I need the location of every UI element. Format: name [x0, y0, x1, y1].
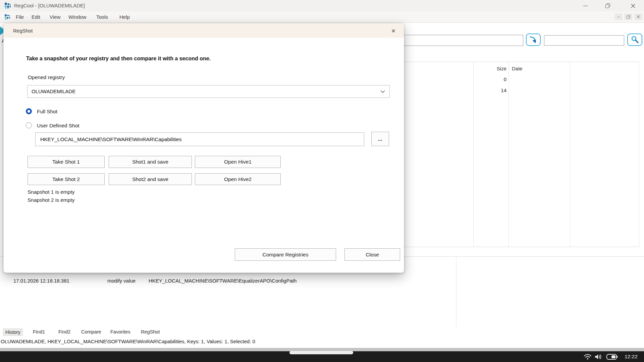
column-header-date[interactable]: Date [512, 66, 523, 71]
menu-bar: File Edit View Window Tools Help [0, 11, 644, 23]
list-cell-size[interactable]: 14 [483, 87, 506, 93]
menu-help[interactable]: Help [119, 11, 130, 22]
search-input[interactable] [544, 35, 624, 46]
menu-tools[interactable]: Tools [96, 11, 108, 22]
battery-icon[interactable] [606, 354, 618, 360]
close-icon [631, 4, 635, 8]
column-divider [473, 62, 474, 247]
tab-find1[interactable]: Find1 [31, 328, 47, 335]
goto-arrow-icon [529, 36, 538, 44]
minimize-icon [583, 6, 588, 6]
history-action: modify value [107, 278, 136, 284]
open-hive1-button[interactable]: Open Hive1 [195, 156, 281, 168]
opened-registry-label: Opened registry [28, 74, 65, 80]
history-path: HKEY_LOCAL_MACHINE\SOFTWARE\EqualizerAPO… [149, 278, 297, 284]
history-row[interactable]: 17.01.2026 12.18.18.381 modify value HKE… [0, 278, 456, 285]
list-cell-size[interactable]: 0 [483, 76, 506, 82]
menu-file[interactable]: File [16, 11, 24, 22]
shot2-and-save-button[interactable]: Shot2 and save [109, 173, 192, 185]
tab-history[interactable]: History [3, 328, 23, 336]
regcool-child-icon [5, 14, 10, 20]
regshot-intro-text: Take a snapshot of your registry and the… [26, 56, 211, 62]
history-panel-divider [456, 257, 457, 327]
tab-regshot[interactable]: RegShot [139, 328, 162, 335]
snapshot2-status: Snapshot 2 is empty [28, 197, 74, 203]
bottom-tab-bar: History Find1 Find2 Compare Favorites Re… [0, 328, 644, 338]
history-timestamp: 17.01.2026 12.18.18.381 [13, 278, 69, 284]
regshot-close-button[interactable]: ✕ [385, 25, 402, 36]
mdi-restore-icon [627, 15, 630, 19]
mdi-close-button[interactable] [634, 13, 642, 20]
volume-icon[interactable] [594, 353, 603, 360]
menu-window[interactable]: Window [68, 11, 86, 22]
mdi-close-icon [637, 15, 640, 18]
search-icon [631, 36, 639, 44]
browse-button[interactable]: ... [371, 132, 389, 146]
opened-registry-combobox[interactable]: OLUWADEMILADE [27, 85, 390, 98]
window-title: RegCool - [OLUWADEMILADE] [14, 0, 85, 11]
user-defined-shot-label[interactable]: User Defined Shot [37, 123, 79, 129]
full-shot-label[interactable]: Full Shot [37, 109, 57, 115]
user-defined-shot-radio[interactable] [26, 122, 32, 128]
mdi-restore-button[interactable] [624, 13, 632, 20]
take-shot-2-button[interactable]: Take Shot 2 [28, 173, 105, 185]
opened-registry-value: OLUWADEMILADE [32, 85, 75, 98]
regshot-dialog-title: RegShot [13, 23, 33, 38]
window-titlebar: RegCool - [OLUWADEMILADE] [0, 0, 644, 11]
regshot-dialog: RegShot ✕ Take a snapshot of your regist… [3, 23, 404, 273]
tab-favorites[interactable]: Favorites [108, 328, 132, 335]
mdi-minimize-button[interactable] [614, 13, 623, 20]
menu-view[interactable]: View [50, 11, 60, 22]
tab-find2[interactable]: Find2 [56, 328, 72, 335]
list-right-border [639, 62, 639, 247]
compare-registries-button[interactable]: Compare Registries [235, 248, 336, 261]
dialog-close-button[interactable]: Close [344, 248, 400, 261]
wifi-icon[interactable] [584, 354, 592, 360]
status-bar: OLUWADEMILADE, HKEY_LOCAL_MACHINE\SOFTWA… [1, 339, 255, 344]
close-button[interactable] [625, 0, 641, 11]
search-button[interactable] [627, 34, 642, 46]
mdi-minimize-icon [617, 17, 620, 17]
full-shot-radio[interactable] [26, 108, 32, 114]
take-shot-1-button[interactable]: Take Shot 1 [28, 156, 105, 168]
minimize-button[interactable] [578, 0, 593, 11]
open-hive2-button[interactable]: Open Hive2 [195, 173, 281, 185]
column-header-size[interactable]: Size [476, 66, 506, 71]
restore-button[interactable] [600, 0, 615, 11]
chevron-down-icon [380, 90, 385, 93]
restore-icon [605, 3, 610, 8]
horizontal-scrollbar-thumb[interactable] [289, 351, 353, 354]
regcool-app-icon [5, 3, 11, 9]
shot1-and-save-button[interactable]: Shot1 and save [109, 156, 192, 168]
taskbar-clock[interactable]: 12:22 [625, 351, 638, 362]
column-divider [570, 62, 570, 247]
user-defined-path-input[interactable] [35, 132, 364, 146]
tab-compare[interactable]: Compare [79, 328, 103, 335]
menu-edit[interactable]: Edit [32, 11, 40, 22]
goto-button[interactable] [526, 34, 541, 46]
column-divider [508, 62, 509, 247]
regshot-dialog-titlebar: RegShot ✕ [4, 23, 404, 38]
snapshot1-status: Snapshot 1 is empty [28, 189, 74, 195]
